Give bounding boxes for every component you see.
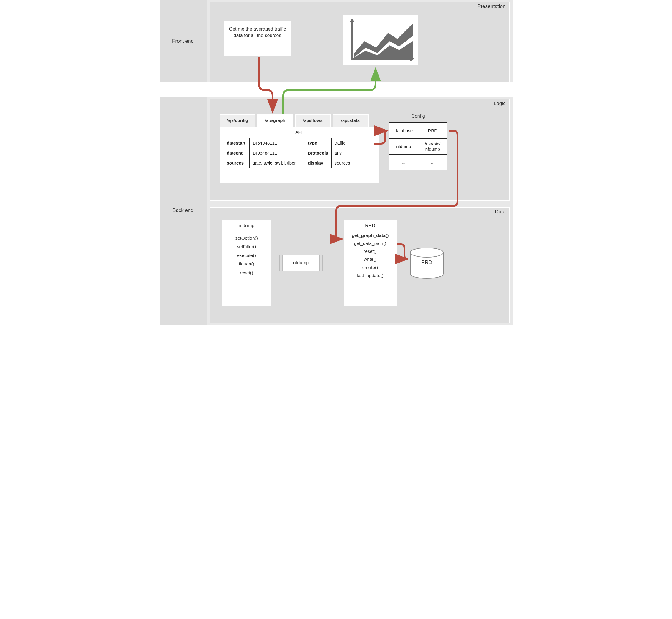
method: setOption() <box>222 234 271 242</box>
table-row: datestart1464948111 <box>224 138 300 148</box>
layer-label-logic: Logic <box>494 101 506 107</box>
nfdump-binary-label: nfdump <box>283 256 319 271</box>
param-value: traffic <box>331 138 373 148</box>
config-box: Config <box>389 111 448 122</box>
param-key: dateend <box>224 148 249 158</box>
rrd-class-box: RRD get_graph_data() get_data_path() res… <box>344 220 397 305</box>
method: reset() <box>222 268 271 277</box>
config-title: Config <box>390 112 447 120</box>
layer-label-data: Data <box>495 209 506 215</box>
layer-label-presentation: Presentation <box>477 4 506 9</box>
method: create() <box>344 263 397 271</box>
tab-name: config <box>235 118 248 123</box>
table-row: databaseRRD <box>389 123 447 139</box>
config-table: databaseRRD nfdump/usr/bin/ nfdump .....… <box>389 123 448 170</box>
table-row: displaysources <box>305 158 373 168</box>
config-value: /usr/bin/ nfdump <box>418 139 448 154</box>
tab-api-flows[interactable]: /api/flows <box>295 114 331 127</box>
api-params-left: datestart1464948111 dateend1496484111 so… <box>224 138 301 168</box>
method: setFilter() <box>222 242 271 251</box>
param-key: protocols <box>305 148 331 158</box>
method: reset() <box>344 247 397 255</box>
rrd-title: RRD <box>344 220 397 231</box>
config-key: database <box>389 123 418 139</box>
rrd-db-label: RRD <box>409 260 445 266</box>
param-value: 1496484111 <box>249 148 300 158</box>
svg-point-8 <box>410 248 443 257</box>
table-row: sourcesgate, swi6, swibi, tiber <box>224 158 300 168</box>
gap-presentation-logic <box>159 82 513 97</box>
api-title: API <box>220 128 378 137</box>
chart-svg <box>347 18 414 62</box>
nfdump-binary: nfdump <box>279 256 323 271</box>
table-row: dateend1496484111 <box>224 148 300 158</box>
tab-prefix: /api/ <box>341 118 349 123</box>
table-row: protocolsany <box>305 148 373 158</box>
row-label-backend: Back end <box>159 97 207 324</box>
method: execute() <box>222 251 271 260</box>
param-key: type <box>305 138 331 148</box>
tab-name: flows <box>312 118 323 123</box>
tab-prefix: /api/ <box>265 118 273 123</box>
nfdump-class-box: nfdump setOption() setFilter() execute()… <box>222 220 271 305</box>
api-params-right: typetraffic protocolsany displaysources <box>305 138 373 168</box>
param-value: 1464948111 <box>249 138 300 148</box>
param-key: display <box>305 158 331 168</box>
param-value: any <box>331 148 373 158</box>
tab-api-graph[interactable]: /api/graph <box>257 114 293 129</box>
param-value: sources <box>331 158 373 168</box>
tab-prefix: /api/ <box>303 118 311 123</box>
config-key: ... <box>389 154 418 170</box>
param-value: gate, swi6, swibi, tiber <box>249 158 300 168</box>
rrd-methods: get_graph_data() get_data_path() reset()… <box>344 231 397 279</box>
nfdump-title: nfdump <box>222 220 271 234</box>
chart-preview <box>343 15 418 65</box>
tab-name: stats <box>349 118 360 123</box>
param-key: datestart <box>224 138 249 148</box>
svg-marker-2 <box>350 18 354 22</box>
rrd-database: RRD <box>409 247 445 275</box>
tab-api-stats[interactable]: /api/stats <box>333 114 368 127</box>
nfdump-methods: setOption() setFilter() execute() flatte… <box>222 234 271 277</box>
table-row: ...... <box>389 154 447 170</box>
config-key: nfdump <box>389 139 418 154</box>
method: get_graph_data() <box>344 231 397 239</box>
method: last_update() <box>344 271 397 279</box>
row-label-frontend: Front end <box>159 0 207 82</box>
tab-api-config[interactable]: /api/config <box>219 114 256 127</box>
table-row: nfdump/usr/bin/ nfdump <box>389 139 447 154</box>
tab-name: graph <box>273 118 285 123</box>
config-value: RRD <box>418 123 448 139</box>
method: get_data_path() <box>344 239 397 247</box>
request-box: Get me the averaged traffic data for all… <box>224 21 291 56</box>
method: write() <box>344 255 397 263</box>
diagram-canvas: Front end Back end Presentation Logic Da… <box>159 0 513 325</box>
table-row: typetraffic <box>305 138 373 148</box>
config-value: ... <box>418 154 448 170</box>
method: flatten() <box>222 260 271 268</box>
tab-prefix: /api/ <box>227 118 235 123</box>
param-key: sources <box>224 158 249 168</box>
